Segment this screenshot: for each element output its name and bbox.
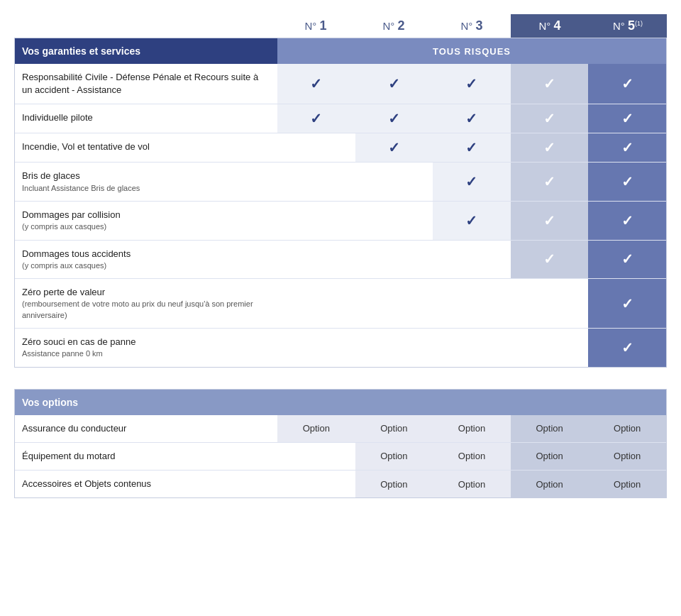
option-cell-1-4: Option	[511, 415, 589, 442]
col-header-3: N° 3	[433, 14, 511, 38]
cell-6-1	[277, 241, 355, 279]
cell-3-5: ✓	[588, 133, 666, 162]
option-label-3: Accessoires et Objets contenus	[15, 471, 277, 497]
table-row: Zéro souci en cas de panne Assistance pa…	[15, 329, 666, 367]
row-main-text-6: Dommages tous accidents	[22, 248, 270, 260]
check-icon: ✓	[621, 295, 633, 312]
option-row: Équipement du motard Option Option Optio…	[15, 443, 666, 471]
table-row: Dommages par collision (y compris aux ca…	[15, 202, 666, 241]
row-label-5: Dommages par collision (y compris aux ca…	[15, 202, 277, 240]
guarantees-section-header: Vos garanties et services TOUS RISQUES	[15, 38, 666, 64]
cell-2-5: ✓	[588, 104, 666, 133]
table-row: Dommages tous accidents (y compris aux c…	[15, 241, 666, 280]
table-gap	[14, 368, 667, 389]
cell-8-5: ✓	[588, 329, 666, 367]
row-label-3: Incendie, Vol et tentative de vol	[15, 133, 277, 162]
row-sub-text-8: Assistance panne 0 km	[22, 348, 270, 359]
cell-7-4	[511, 279, 589, 328]
table-row: Bris de glaces Incluant Assistance Bris …	[15, 163, 666, 202]
cell-2-1: ✓	[277, 104, 355, 133]
option-cell-2-3: Option	[433, 443, 511, 470]
option-cell-1-2: Option	[355, 415, 433, 442]
cell-6-2	[355, 241, 433, 279]
check-icon: ✓	[543, 110, 555, 127]
option-main-text-2: Équipement du motard	[22, 450, 270, 463]
options-section-header: Vos options	[15, 390, 666, 415]
tous-risques-label: TOUS RISQUES	[277, 38, 666, 64]
row-label-8: Zéro souci en cas de panne Assistance pa…	[15, 329, 277, 367]
col-num-4: 4	[553, 18, 560, 33]
option-cell-2-4: Option	[511, 443, 589, 470]
row-main-text-2: Individuelle pilote	[22, 111, 270, 124]
table-row: Individuelle pilote ✓ ✓ ✓ ✓ ✓	[15, 104, 666, 133]
row-main-text-1: Responsabilité Civile - Défense Pénale e…	[22, 71, 270, 97]
check-icon: ✓	[388, 75, 400, 92]
cell-6-3	[433, 241, 511, 279]
check-icon: ✓	[621, 173, 633, 190]
cell-6-4: ✓	[511, 241, 589, 279]
check-icon: ✓	[621, 212, 633, 229]
row-label-2: Individuelle pilote	[15, 104, 277, 133]
check-icon: ✓	[621, 139, 633, 156]
check-icon: ✓	[543, 212, 555, 229]
check-icon: ✓	[621, 110, 633, 127]
option-cell-2-5: Option	[588, 443, 666, 470]
cell-1-5: ✓	[588, 64, 666, 104]
option-cell-3-2: Option	[355, 471, 433, 497]
cell-8-1	[277, 329, 355, 367]
cell-1-1: ✓	[277, 64, 355, 104]
cell-3-2: ✓	[355, 133, 433, 162]
option-cell-1-3: Option	[433, 415, 511, 442]
check-icon: ✓	[465, 75, 477, 92]
col-sup-5: (1)	[635, 20, 643, 27]
cell-2-3: ✓	[433, 104, 511, 133]
check-icon: ✓	[621, 75, 633, 92]
cell-4-5: ✓	[588, 163, 666, 201]
cell-1-3: ✓	[433, 64, 511, 104]
check-icon: ✓	[388, 139, 400, 156]
options-table: Vos options Assurance du conducteur Opti…	[14, 389, 667, 499]
table-row: Incendie, Vol et tentative de vol ✓ ✓ ✓ …	[15, 133, 666, 163]
check-icon: ✓	[543, 75, 555, 92]
option-cell-2-1	[277, 443, 355, 470]
main-container: N° 1 N° 2 N° 3 N° 4 N° 5(1) Vos garantie…	[14, 14, 667, 498]
row-sub-text-5: (y compris aux casques)	[22, 221, 270, 232]
cell-8-2	[355, 329, 433, 367]
cell-8-4	[511, 329, 589, 367]
col-num-5: 5	[628, 18, 635, 33]
cell-3-4: ✓	[511, 133, 589, 162]
cell-7-1	[277, 279, 355, 328]
cell-4-2	[355, 163, 433, 201]
option-main-text-1: Assurance du conducteur	[22, 422, 270, 435]
row-sub-text-4: Incluant Assistance Bris de glaces	[22, 183, 270, 194]
check-icon: ✓	[543, 139, 555, 156]
row-label-4: Bris de glaces Incluant Assistance Bris …	[15, 163, 277, 201]
cell-5-4: ✓	[511, 202, 589, 240]
row-main-text-3: Incendie, Vol et tentative de vol	[22, 141, 270, 153]
col-header-5: N° 5(1)	[589, 14, 667, 38]
options-title: Vos options	[15, 390, 277, 415]
row-sub-text-7: (remboursement de votre moto au prix du …	[22, 299, 270, 321]
option-label-2: Équipement du motard	[15, 443, 277, 470]
row-main-text-5: Dommages par collision	[22, 209, 270, 221]
cell-4-1	[277, 163, 355, 201]
option-label-1: Assurance du conducteur	[15, 415, 277, 442]
check-icon: ✓	[310, 110, 322, 127]
cell-7-2	[355, 279, 433, 328]
option-row: Assurance du conducteur Option Option Op…	[15, 415, 666, 443]
column-headers: N° 1 N° 2 N° 3 N° 4 N° 5(1)	[14, 14, 667, 38]
check-icon: ✓	[543, 173, 555, 190]
table-row: Zéro perte de valeur (remboursement de v…	[15, 279, 666, 329]
cell-1-4: ✓	[511, 64, 589, 104]
col-header-4: N° 4	[511, 14, 589, 38]
option-cell-3-5: Option	[588, 471, 666, 497]
row-label-6: Dommages tous accidents (y compris aux c…	[15, 241, 277, 279]
cell-2-2: ✓	[355, 104, 433, 133]
col-num-3: 3	[475, 18, 482, 33]
cell-5-5: ✓	[588, 202, 666, 240]
col-header-1: N° 1	[277, 14, 355, 38]
check-icon: ✓	[543, 251, 555, 268]
option-cell-3-1	[277, 471, 355, 497]
row-main-text-4: Bris de glaces	[22, 170, 270, 182]
option-cell-3-3: Option	[433, 471, 511, 497]
